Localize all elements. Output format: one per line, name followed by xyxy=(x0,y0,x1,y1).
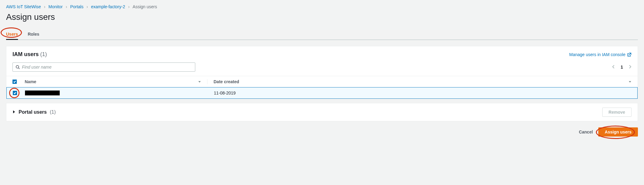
table-row[interactable]: 11-08-2019 xyxy=(6,87,638,99)
iam-users-count: (1) xyxy=(40,51,47,57)
breadcrumb-link-sitewise[interactable]: AWS IoT SiteWise xyxy=(6,4,41,9)
column-header-name[interactable]: Name xyxy=(25,79,36,84)
breadcrumb-link-portals[interactable]: Portals xyxy=(70,4,83,9)
caret-right-icon[interactable] xyxy=(12,109,16,115)
search-input[interactable] xyxy=(12,62,195,72)
remove-button[interactable]: Remove xyxy=(602,108,632,117)
chevron-right-icon: › xyxy=(128,4,130,9)
select-all-checkbox[interactable] xyxy=(12,80,17,84)
portal-users-panel: Portal users (1) Remove xyxy=(6,103,638,121)
search-wrap xyxy=(12,62,195,72)
pagination-next[interactable] xyxy=(628,65,632,70)
manage-users-link-text: Manage users in IAM console xyxy=(569,52,625,57)
tabs: Users Roles xyxy=(6,29,638,40)
assign-users-button[interactable]: Assign users xyxy=(598,127,638,137)
pagination: 1 xyxy=(612,65,632,70)
portal-users-count: (1) xyxy=(50,109,56,115)
footer-actions: Cancel Assign users xyxy=(6,127,638,137)
chevron-right-icon: › xyxy=(87,4,88,9)
breadcrumb-link-portal-name[interactable]: example-factory-2 xyxy=(91,4,125,9)
chevron-left-icon xyxy=(612,65,615,69)
iam-users-panel: IAM users (1) Manage users in IAM consol… xyxy=(6,46,638,99)
external-link-icon xyxy=(627,52,632,57)
breadcrumb: AWS IoT SiteWise › Monitor › Portals › e… xyxy=(6,4,638,9)
user-name-redacted xyxy=(25,91,60,95)
search-icon xyxy=(16,65,20,69)
chevron-right-icon: › xyxy=(66,4,67,9)
column-header-date-created[interactable]: Date created xyxy=(214,79,239,84)
tab-users[interactable]: Users xyxy=(6,29,18,40)
tab-roles[interactable]: Roles xyxy=(28,29,39,40)
user-date-created: 11-08-2019 xyxy=(214,91,236,95)
portal-users-title: Portal users xyxy=(19,109,47,115)
breadcrumb-current: Assign users xyxy=(133,4,157,9)
page-title: Assign users xyxy=(6,12,638,22)
chevron-right-icon xyxy=(628,65,632,69)
pagination-prev[interactable] xyxy=(612,65,615,70)
table-header: Name Date created xyxy=(6,76,638,87)
iam-users-table: Name Date created xyxy=(6,76,638,99)
chevron-right-icon: › xyxy=(44,4,45,9)
iam-users-title-text: IAM users xyxy=(12,51,39,57)
pagination-page-number: 1 xyxy=(621,65,623,69)
sort-icon[interactable] xyxy=(628,79,632,84)
breadcrumb-link-monitor[interactable]: Monitor xyxy=(48,4,63,9)
row-checkbox[interactable] xyxy=(13,91,17,95)
manage-users-link[interactable]: Manage users in IAM console xyxy=(569,52,632,57)
iam-users-title: IAM users (1) xyxy=(12,51,47,58)
svg-point-0 xyxy=(16,66,19,68)
cancel-button[interactable]: Cancel xyxy=(579,130,593,134)
sort-icon[interactable] xyxy=(198,79,201,84)
